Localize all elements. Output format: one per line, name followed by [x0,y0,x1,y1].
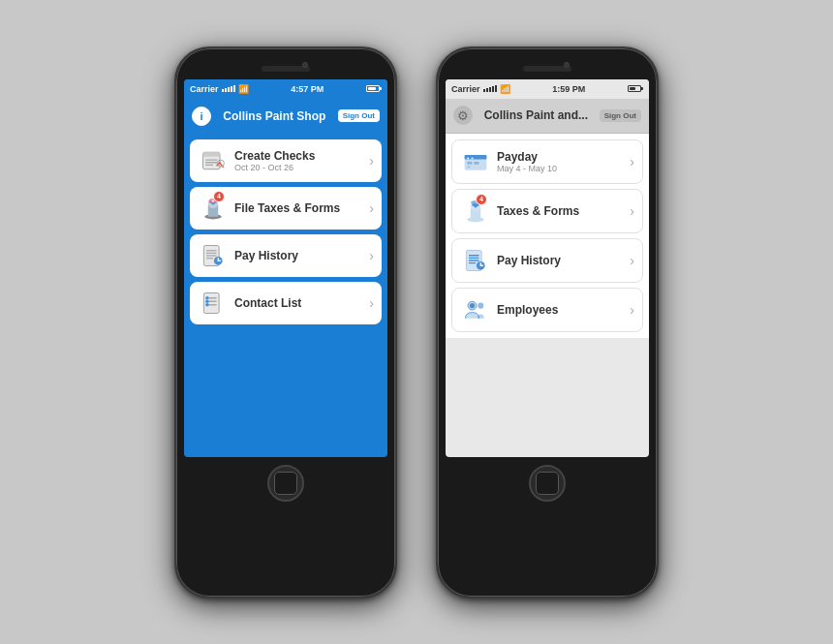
menu-list-1: Create Checks Oct 20 - Oct 26 › [184,134,387,330]
app-title-1: Collins Paint Shop [211,109,338,123]
menu-item-file-taxes[interactable]: ★ 4 File Taxes & Forms › [190,187,382,230]
svg-point-24 [205,299,209,303]
home-btn-inner-1 [274,472,297,495]
signal-2 [483,85,497,92]
time-1: 4:57 PM [291,84,324,94]
screen-2: Carrier 📶 1:59 PM [446,79,649,457]
sig-dot-1 [222,89,224,92]
pay-history-text-2: Pay History [491,254,630,267]
pay-history-title: Pay History [234,249,369,262]
svg-point-23 [205,296,209,300]
menu-content-2: Payday May 4 - May 10 › [446,134,649,338]
svg-point-37 [474,204,478,208]
carrier-1: Carrier [190,84,219,94]
sign-out-btn-1[interactable]: Sign Out [338,109,380,122]
chevron-icon-3: › [369,248,374,263]
payday-subtitle: May 4 - May 10 [497,164,630,173]
home-btn-inner-2 [536,472,559,495]
svg-point-46 [478,302,483,308]
phone-1: Carrier 📶 4:57 PM [174,46,397,598]
history-icon-2 [460,245,491,276]
svg-rect-28 [467,162,472,165]
app-header-2: ⚙ Collins Paint and... Sign Out [446,99,649,134]
wifi-icon-1: 📶 [238,84,249,94]
menu-item-create-checks[interactable]: Create Checks Oct 20 - Oct 26 › [190,139,382,182]
employees-icon [460,294,491,325]
home-btn-1[interactable] [267,465,304,502]
sig2-dot-3 [489,87,491,92]
status-bar-left-2: Carrier 📶 [451,84,510,94]
status-bar-1: Carrier 📶 4:57 PM [184,79,387,99]
pay-history-text: Pay History [229,249,369,262]
sig-dot-4 [231,86,232,92]
sig2-dot-4 [492,86,494,92]
carrier-2: Carrier [451,84,480,94]
chevron-icon-8: › [630,302,634,318]
svg-rect-29 [474,162,478,165]
sig2-dot-2 [486,88,488,92]
battery-fill-1 [368,87,376,90]
svg-rect-19 [203,292,219,313]
file-taxes-text: File Taxes & Forms [229,201,369,215]
employees-title: Employees [497,303,630,317]
sig-dot-2 [225,88,227,92]
battery-1 [366,85,382,92]
status-bar-left-1: Carrier 📶 [190,84,249,94]
chevron-icon-7: › [630,253,634,268]
battery-tip-1 [380,87,382,90]
app-title-2: Collins Paint and... [473,108,600,122]
phones-container: Carrier 📶 4:57 PM [174,46,659,598]
svg-rect-1 [203,152,221,156]
sign-out-btn-2[interactable]: Sign Out [600,109,641,122]
gear-icon-header: ⚙ [453,106,473,125]
file-taxes-title: File Taxes & Forms [234,201,369,215]
chevron-icon-5: › [630,154,634,169]
chevron-icon-2: › [369,200,374,216]
svg-rect-30 [467,166,471,168]
battery-fill-2 [630,87,635,90]
home-btn-2[interactable] [529,465,566,502]
chevron-icon-6: › [630,203,634,219]
battery-body-2 [628,85,641,92]
svg-point-25 [205,303,209,307]
battery-body-1 [366,85,380,92]
taxes-text-2: Taxes & Forms [491,204,630,218]
battery-2 [628,85,643,92]
menu-item-pay-history[interactable]: Pay History › [190,234,382,277]
menu-item-employees[interactable]: Employees › [451,288,643,332]
payday-icon [460,146,491,177]
history-icon-1 [198,240,229,271]
camera [302,62,308,68]
menu-item-contact-list[interactable]: Contact List › [190,282,382,324]
time-2: 1:59 PM [552,84,585,94]
screen-1: Carrier 📶 4:57 PM [184,79,387,457]
check-icon [198,145,229,176]
badge-taxes-1: 4 [213,191,225,202]
menu-item-pay-history-2[interactable]: Pay History › [451,238,643,283]
taxes-title-2: Taxes & Forms [497,204,630,218]
camera-2 [564,62,570,68]
contact-icon-1 [198,288,229,319]
pay-history-title-2: Pay History [497,254,630,267]
menu-item-payday[interactable]: Payday May 4 - May 10 › [451,139,643,184]
create-checks-text: Create Checks Oct 20 - Oct 26 [229,149,369,172]
battery-tip-2 [641,87,643,90]
chevron-icon-1: › [369,153,374,169]
battery-area-2 [628,85,643,92]
employees-text: Employees [491,303,630,317]
info-icon-1: i [192,107,211,126]
svg-point-45 [470,303,475,308]
chevron-icon-4: › [369,295,374,311]
create-checks-subtitle: Oct 20 - Oct 26 [234,163,369,172]
phone-2: Carrier 📶 1:59 PM [436,46,659,598]
app-header-1: i Collins Paint Shop Sign Out [184,99,387,134]
signal-1 [222,85,235,92]
payday-title: Payday [497,150,630,164]
sig2-dot-5 [495,85,497,92]
sig-dot-5 [233,85,235,92]
status-bar-2: Carrier 📶 1:59 PM [446,79,649,99]
battery-area-1 [366,85,382,92]
menu-item-taxes-2[interactable]: 4 Taxes & Forms › [451,189,643,233]
payday-text: Payday May 4 - May 10 [491,150,630,173]
menu-list-2: Payday May 4 - May 10 › [451,139,643,332]
